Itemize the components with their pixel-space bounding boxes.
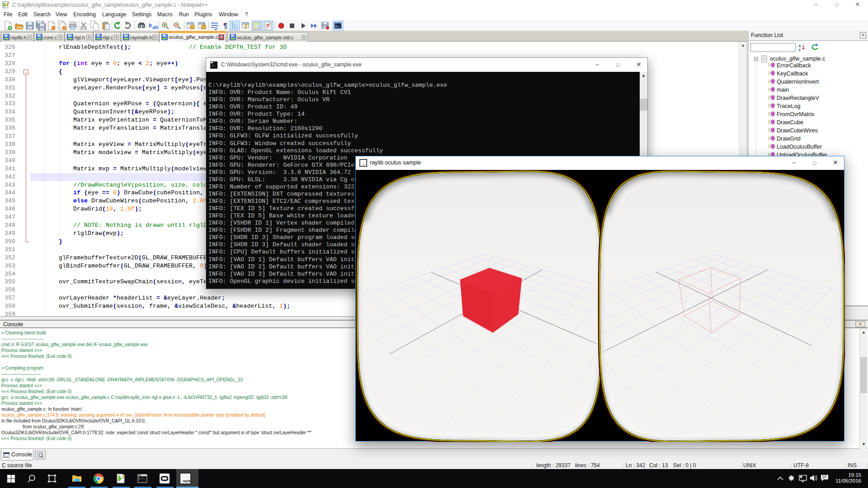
svg-text:¶: ¶: [223, 22, 227, 30]
svg-text:Z: Z: [798, 48, 801, 52]
svg-text:rl: rl: [363, 163, 364, 166]
svg-text:C:\_: C:\_: [139, 477, 146, 480]
svg-text::\.: :\.: [211, 64, 216, 67]
svg-text:b: b: [149, 23, 152, 28]
svg-text:ab: ab: [152, 24, 158, 30]
svg-text:raylib: raylib: [183, 479, 190, 483]
svg-text:A: A: [798, 44, 801, 48]
